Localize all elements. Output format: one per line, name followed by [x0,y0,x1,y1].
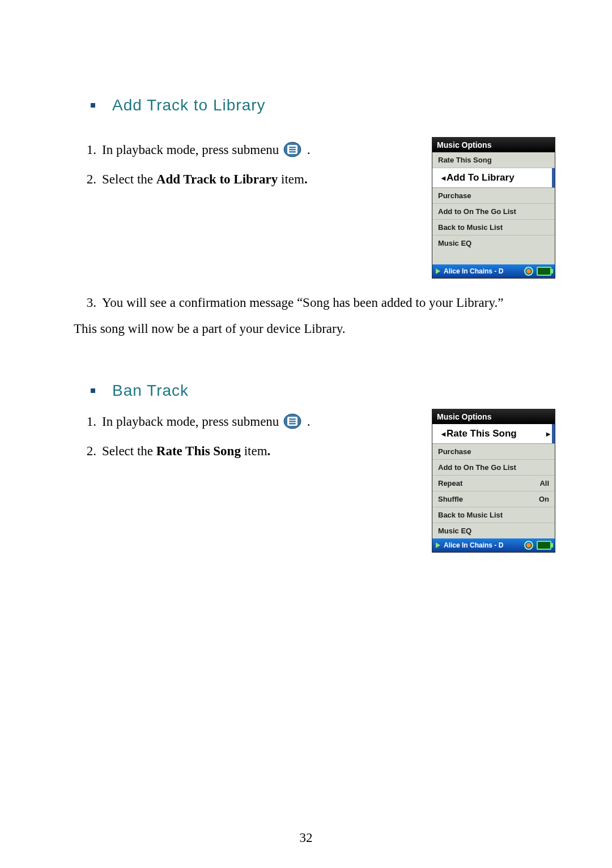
section-title: Ban Track [112,382,189,400]
selection-marker [552,424,555,443]
step-text: Select the [102,444,156,458]
now-playing-text: Alice In Chains - D [444,541,521,549]
menu-item-back[interactable]: Back to Music List [432,507,555,523]
steps-list-cont: You will see a confirmation message “Son… [74,290,555,316]
menu-item-label: Back to Music List [438,511,503,519]
now-playing-bar: Alice In Chains - D [432,264,555,278]
device-header: Music Options [432,409,555,424]
step-period: . [304,172,308,186]
page-number: 32 [0,831,612,845]
menu-item-label: Purchase [438,191,471,200]
selection-marker [552,168,555,187]
steps-list-2: In playback mode, press submenu . Select… [74,409,415,464]
battery-icon [537,267,551,276]
menu-item-eq[interactable]: Music EQ [432,236,555,251]
menu-item-repeat[interactable]: Repeat All [432,476,555,491]
step-text-tail: . [304,414,311,429]
step-3: You will see a confirmation message “Son… [74,290,555,316]
now-playing-text: Alice In Chains - D [444,267,521,275]
section1-body: In playback mode, press submenu . Select… [57,137,555,279]
section2-body: In playback mode, press submenu . Select… [57,409,555,553]
submenu-icon [283,140,301,166]
menu-item-label: Purchase [438,447,471,456]
menu-item-label: Add To Library [445,172,550,183]
menu-item-value: On [539,495,549,503]
step-text: You will see a confirmation message “Son… [102,296,503,310]
menu-item-eq[interactable]: Music EQ [432,523,555,538]
step-bold: Add Track to Library [156,172,278,186]
device-spacer [432,251,555,264]
menu-item-label: Add to On The Go List [438,207,516,216]
device-screenshot-2: Music Options ◂ Rate This Song ▸ Purchas… [432,409,555,553]
step-text: In playback mode, press submenu [102,414,282,429]
play-icon [436,268,440,274]
step-text-tail: . [304,143,311,157]
section-title: Add Track to Library [112,96,266,114]
menu-item-rate[interactable]: ◂ Rate This Song ▸ [432,424,555,444]
submenu-icon [283,412,301,438]
chevron-right-icon: ▸ [546,429,550,438]
menu-item-label: Add to On The Go List [438,463,516,472]
step-1: In playback mode, press submenu . [74,409,415,438]
menu-item-value: All [539,479,549,488]
followup-text: This song will now be a part of your dev… [74,316,555,342]
menu-item-add-to-library[interactable]: ◂ Add To Library [432,168,555,188]
now-playing-bar: Alice In Chains - D [432,538,555,552]
record-icon [524,541,533,550]
menu-item-label: Music EQ [438,239,471,247]
step-text-tail: item [278,172,304,186]
section-heading-add-track: Add Track to Library [91,96,555,114]
step-2: Select the Add Track to Library item. [74,166,415,193]
menu-item-label: Shuffle [438,495,463,503]
menu-item-label: Music EQ [438,527,471,535]
bullet-icon [91,103,95,108]
chevron-left-icon: ◂ [441,173,445,182]
menu-item-on-the-go[interactable]: Add to On The Go List [432,460,555,476]
device-screenshot-1: Music Options Rate This Song ◂ Add To Li… [432,137,555,279]
step-2: Select the Rate This Song item. [74,438,415,464]
menu-item-shuffle[interactable]: Shuffle On [432,491,555,507]
menu-item-label: Back to Music List [438,223,503,232]
step-text: In playback mode, press submenu [102,143,282,157]
menu-item-label: Rate This Song [445,428,546,439]
chevron-left-icon: ◂ [441,429,445,438]
bullet-icon [91,388,95,393]
menu-item-rate[interactable]: Rate This Song [432,152,555,168]
step-1: In playback mode, press submenu . [74,137,415,166]
step-bold: Rate This Song [156,444,241,458]
menu-item-purchase[interactable]: Purchase [432,188,555,204]
battery-icon [537,541,551,550]
steps-list: In playback mode, press submenu . Select… [74,137,415,193]
menu-item-label: Rate This Song [438,156,492,164]
step-text: Select the [102,172,156,186]
step-period: . [267,444,271,458]
menu-item-purchase[interactable]: Purchase [432,444,555,460]
step-text-tail: item [241,444,267,458]
record-icon [524,267,533,276]
menu-item-label: Repeat [438,479,462,488]
play-icon [436,542,440,548]
menu-item-back[interactable]: Back to Music List [432,220,555,236]
manual-page: Add Track to Library In playback mode, p… [0,0,612,868]
menu-item-on-the-go[interactable]: Add to On The Go List [432,204,555,220]
section-heading-ban-track: Ban Track [91,382,555,400]
device-header: Music Options [432,138,555,152]
